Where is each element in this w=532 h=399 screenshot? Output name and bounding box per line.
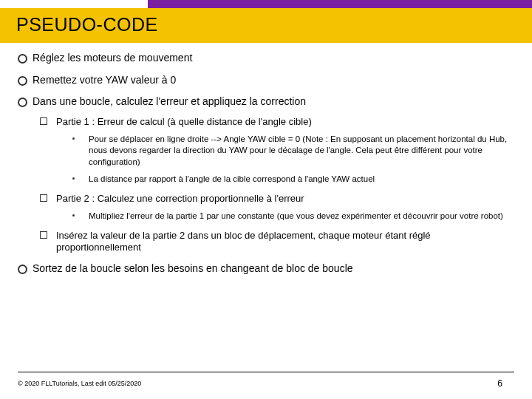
bullet-list-level3: Multipliez l'erreur de la partie 1 par u… (56, 211, 514, 222)
footer-rule (18, 372, 514, 372)
list-item: Pour se déplacer en ligne droite --> Ang… (68, 134, 514, 168)
top-accent-purple (148, 0, 532, 8)
list-item-text: Partie 2 : Calculez une correction propo… (56, 193, 304, 204)
bullet-list-level3: Pour se déplacer en ligne droite --> Ang… (56, 134, 514, 185)
copyright-text: © 2020 FLLTutorials, Last edit 05/25/202… (18, 380, 141, 387)
slide: PSEUDO-CODE Réglez les moteurs de mouvem… (0, 0, 532, 399)
list-item: Multipliez l'erreur de la partie 1 par u… (68, 211, 514, 222)
footer-row: © 2020 FLLTutorials, Last edit 05/25/202… (18, 378, 514, 389)
content-area: Réglez les moteurs de mouvement Remettez… (0, 43, 532, 276)
list-item-text: Dans une boucle, calculez l'erreur et ap… (33, 95, 306, 107)
bullet-list-level1: Réglez les moteurs de mouvement Remettez… (18, 52, 514, 276)
footer: © 2020 FLLTutorials, Last edit 05/25/202… (18, 372, 514, 389)
list-item: La distance par rapport à l'angle de la … (68, 174, 514, 185)
list-item: Partie 1 : Erreur de calcul (à quelle di… (38, 116, 514, 185)
list-item: Dans une boucle, calculez l'erreur et ap… (18, 95, 514, 253)
slide-title: PSEUDO-CODE (16, 14, 516, 35)
list-item-text: Partie 1 : Erreur de calcul (à quelle di… (56, 116, 312, 127)
list-item: Remettez votre YAW valeur à 0 (18, 74, 514, 87)
bullet-list-level2: Partie 1 : Erreur de calcul (à quelle di… (33, 116, 514, 254)
page-number: 6 (497, 378, 502, 389)
title-band: PSEUDO-CODE (0, 8, 532, 43)
top-accent-bar (0, 0, 532, 8)
list-item: Insérez la valeur de la partie 2 dans un… (38, 230, 514, 254)
list-item: Réglez les moteurs de mouvement (18, 52, 514, 65)
top-accent-white (0, 0, 148, 8)
list-item: Sortez de la boucle selon les besoins en… (18, 262, 514, 276)
list-item: Partie 2 : Calculez une correction propo… (38, 193, 514, 222)
